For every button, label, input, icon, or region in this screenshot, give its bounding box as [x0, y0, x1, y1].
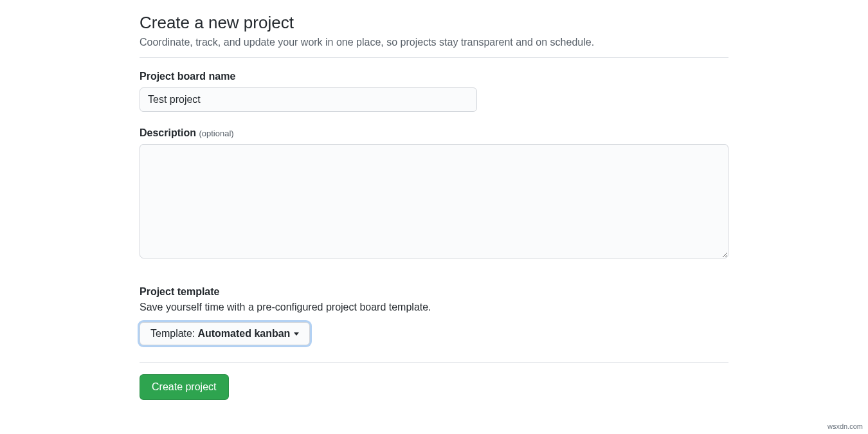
project-name-group: Project board name [140, 71, 728, 112]
template-section-title: Project template [140, 286, 728, 298]
template-dropdown-button[interactable]: Template: Automated kanban [140, 322, 310, 345]
header-divider [140, 57, 728, 58]
template-section: Project template Save yourself time with… [140, 286, 728, 345]
project-name-input[interactable] [140, 87, 477, 112]
watermark-text: wsxdn.com [827, 422, 863, 430]
description-optional-text: (optional) [199, 129, 233, 138]
create-project-button[interactable]: Create project [140, 374, 229, 400]
description-label: Description (optional) [140, 127, 728, 139]
create-project-form: Create a new project Coordinate, track, … [140, 0, 728, 400]
description-label-text: Description [140, 127, 196, 138]
page-title: Create a new project [140, 13, 728, 33]
template-selected-value: Automated kanban [197, 328, 290, 339]
template-prefix: Template: [150, 328, 195, 339]
actions-divider [140, 362, 728, 363]
description-group: Description (optional) [140, 127, 728, 260]
chevron-down-icon [294, 332, 299, 336]
project-name-label: Project board name [140, 71, 728, 82]
description-textarea[interactable] [140, 144, 728, 258]
page-subtitle: Coordinate, track, and update your work … [140, 37, 728, 48]
template-section-desc: Save yourself time with a pre-configured… [140, 302, 728, 313]
